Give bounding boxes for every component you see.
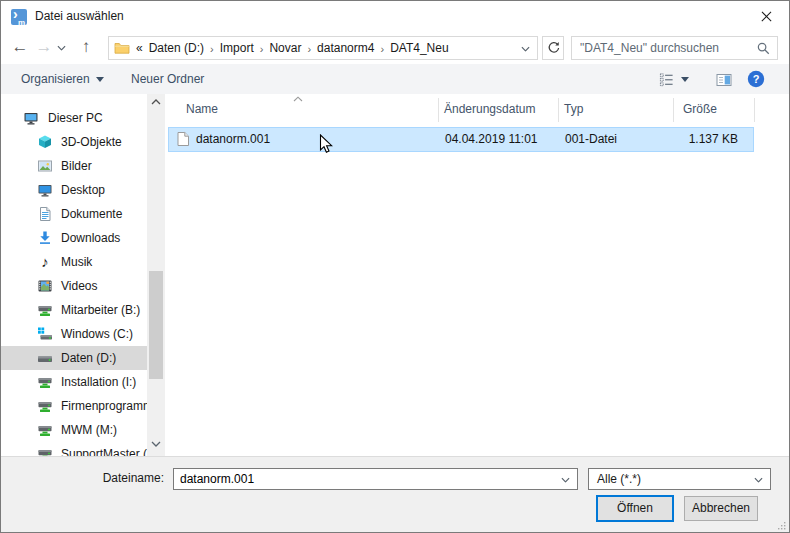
command-toolbar: Organisieren Neuer Ordner	[1, 64, 789, 94]
change-view-button[interactable]	[659, 72, 689, 87]
file-list: Name Änderungsdatum Typ Größe datanorm.0…	[165, 94, 789, 456]
file-row-selected[interactable]: datanorm.001 04.04.2019 11:01 001-Datei …	[168, 127, 754, 152]
breadcrumb-segment[interactable]: DAT4_Neu	[390, 41, 448, 55]
local-drive-icon	[37, 350, 53, 366]
close-button[interactable]	[743, 1, 789, 32]
breadcrumb-segment[interactable]: Import	[220, 41, 254, 55]
scroll-up-icon[interactable]	[151, 99, 161, 105]
navigation-bar: ← → ↑ « Daten (D:) › Import › Novar › da…	[1, 32, 789, 64]
sidebar-item-label: Dieser PC	[48, 111, 103, 125]
filename-combo	[173, 468, 578, 490]
view-dropdown-arrow-icon	[681, 77, 689, 82]
sidebar-item-supportmaster[interactable]: SupportMaster (	[1, 442, 147, 456]
search-box	[571, 36, 778, 60]
filename-dropdown-chevron-icon[interactable]	[561, 477, 570, 483]
sidebar-item-dieser-pc[interactable]: Dieser PC	[1, 106, 147, 130]
sidebar-item-downloads[interactable]: Downloads	[1, 226, 147, 250]
file-dialog-window: ›m Datei auswählen ← → ↑ « Daten (D:) › …	[0, 0, 790, 533]
sidebar-item-label: Desktop	[61, 183, 105, 197]
main-area: Dieser PC 3D-Objekte Bilder Desktop Doku…	[1, 94, 789, 456]
dialog-footer: Dateiname: Alle (*.*) Öffnen Abbrechen	[1, 456, 789, 533]
file-modified-date: 04.04.2019 11:01	[445, 128, 538, 151]
sidebar-item-videos[interactable]: Videos	[1, 274, 147, 298]
sidebar-item-3d-objekte[interactable]: 3D-Objekte	[1, 130, 147, 154]
sidebar-item-daten-d[interactable]: Daten (D:)	[1, 346, 147, 370]
column-divider[interactable]	[558, 98, 559, 122]
sidebar-item-label: Daten (D:)	[61, 351, 116, 365]
forward-button[interactable]: →	[33, 32, 55, 64]
filetype-value: Alle (*.*)	[597, 472, 641, 486]
breadcrumb-segment[interactable]: datanorm4	[317, 41, 374, 55]
dropdown-arrow-icon	[96, 77, 104, 82]
back-button[interactable]: ←	[9, 32, 31, 64]
column-header-name[interactable]: Name	[186, 94, 218, 125]
address-dropdown-chevron-icon[interactable]	[521, 46, 530, 52]
network-drive-icon	[37, 398, 53, 414]
filename-input[interactable]	[174, 469, 577, 489]
open-button[interactable]: Öffnen	[596, 495, 674, 522]
sidebar-item-label: 3D-Objekte	[61, 135, 122, 149]
preview-pane-icon	[716, 72, 732, 88]
sidebar-item-desktop[interactable]: Desktop	[1, 178, 147, 202]
file-icon	[175, 131, 191, 147]
column-divider[interactable]	[438, 98, 439, 122]
sidebar-item-label: Dokumente	[61, 207, 122, 221]
app-icon: ›m	[11, 9, 27, 25]
details-view-icon	[659, 72, 674, 87]
dialog-title: Datei auswählen	[35, 1, 124, 32]
breadcrumb[interactable]: « Daten (D:) › Import › Novar › datanorm…	[108, 36, 538, 60]
breadcrumb-separator-icon: ›	[260, 42, 264, 55]
column-header-type[interactable]: Typ	[564, 94, 583, 125]
sidebar-item-installation-i[interactable]: Installation (I:)	[1, 370, 147, 394]
sidebar-item-bilder[interactable]: Bilder	[1, 154, 147, 178]
resize-grip-icon[interactable]	[777, 521, 786, 530]
recent-locations-chevron-icon[interactable]	[57, 45, 66, 51]
file-type: 001-Datei	[565, 128, 617, 151]
column-divider[interactable]	[754, 98, 755, 122]
file-name: datanorm.001	[196, 128, 270, 151]
file-size: 1.137 KB	[674, 128, 738, 151]
preview-pane-button[interactable]	[716, 72, 732, 88]
help-button[interactable]	[747, 70, 765, 88]
new-folder-label: Neuer Ordner	[131, 64, 204, 94]
organize-label: Organisieren	[21, 64, 90, 94]
new-folder-button[interactable]: Neuer Ordner	[131, 64, 204, 94]
sidebar-item-label: MWM (M:)	[61, 423, 117, 437]
sidebar-scrollbar[interactable]	[147, 94, 165, 456]
folder-icon	[114, 40, 130, 56]
help-icon	[747, 70, 765, 88]
windows-drive-icon	[37, 326, 53, 342]
3d-cube-icon	[37, 134, 53, 150]
filetype-dropdown[interactable]: Alle (*.*)	[588, 468, 771, 490]
search-icon[interactable]	[756, 41, 771, 56]
column-header-modified[interactable]: Änderungsdatum	[444, 94, 535, 125]
sidebar-item-label: SupportMaster (	[61, 447, 147, 456]
cancel-button[interactable]: Abbrechen	[684, 496, 758, 521]
refresh-button[interactable]	[542, 36, 564, 60]
breadcrumb-segment[interactable]: Novar	[269, 41, 301, 55]
breadcrumb-prefix: «	[136, 41, 143, 55]
sidebar-item-mitarbeiter-b[interactable]: Mitarbeiter (B:)	[1, 298, 147, 322]
title-bar: ›m Datei auswählen	[1, 1, 789, 32]
search-input[interactable]	[572, 37, 777, 59]
column-header-size[interactable]: Größe	[683, 94, 717, 125]
sidebar-item-mwm-m[interactable]: MWM (M:)	[1, 418, 147, 442]
sidebar-item-windows-c[interactable]: Windows (C:)	[1, 322, 147, 346]
sidebar-item-label: Downloads	[61, 231, 120, 245]
sidebar-item-label: Firmenprogramme	[61, 399, 147, 413]
up-button[interactable]: ↑	[75, 32, 97, 64]
pictures-icon	[37, 158, 53, 174]
sidebar-item-firmenprogramme[interactable]: Firmenprogramme	[1, 394, 147, 418]
sidebar-item-musik[interactable]: ♪ Musik	[1, 250, 147, 274]
breadcrumb-segment[interactable]: Daten (D:)	[149, 41, 204, 55]
sidebar-item-label: Installation (I:)	[61, 375, 136, 389]
sidebar-item-label: Bilder	[61, 159, 92, 173]
filename-label: Dateiname:	[1, 471, 164, 485]
column-divider[interactable]	[673, 98, 674, 122]
scrollbar-thumb[interactable]	[149, 271, 163, 379]
downloads-icon	[37, 230, 53, 246]
sidebar-item-dokumente[interactable]: Dokumente	[1, 202, 147, 226]
organize-button[interactable]: Organisieren	[21, 64, 104, 94]
scroll-down-icon[interactable]	[151, 441, 161, 447]
refresh-icon	[546, 41, 560, 55]
